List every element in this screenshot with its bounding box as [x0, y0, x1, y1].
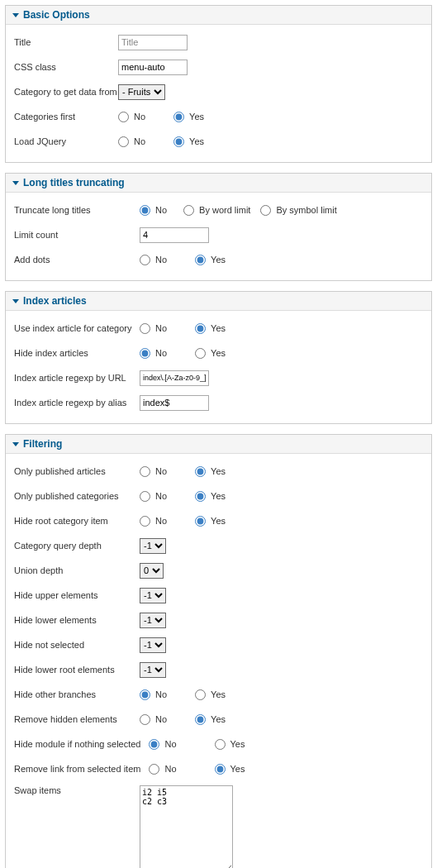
pub-categories-no[interactable]	[140, 491, 150, 502]
panel-header-truncating[interactable]: Long titles truncating	[6, 174, 431, 193]
label-hide-root: Hide root category item	[14, 516, 140, 526]
label-hide-lower-root: Hide lower root elements	[14, 665, 140, 675]
panel-title: Index articles	[23, 295, 87, 307]
css-class-input[interactable]	[118, 60, 188, 75]
label-regexp-url: Index article regexp by URL	[14, 373, 140, 383]
pub-articles-yes[interactable]	[195, 466, 206, 477]
query-depth-select[interactable]: -1	[140, 538, 166, 554]
load-jquery-no[interactable]	[118, 136, 129, 147]
panel-header-filtering[interactable]: Filtering	[6, 435, 431, 454]
label-pub-articles: Only published articles	[14, 466, 140, 476]
categories-first-no[interactable]	[118, 112, 129, 122]
panel-truncating: Long titles truncating Truncate long tit…	[5, 173, 432, 281]
panel-header-index[interactable]: Index articles	[6, 292, 431, 311]
panel-filtering: Filtering Only published articles No Yes…	[5, 434, 432, 868]
chevron-down-icon	[12, 13, 19, 17]
categories-first-yes[interactable]	[173, 112, 184, 122]
remove-link-no[interactable]	[149, 764, 159, 775]
label-hide-not-selected: Hide not selected	[14, 640, 140, 650]
limit-count-input[interactable]	[140, 227, 209, 243]
hide-other-no[interactable]	[140, 689, 150, 700]
truncate-symbol[interactable]	[260, 205, 271, 216]
title-input[interactable]	[118, 35, 188, 50]
remove-hidden-yes[interactable]	[195, 714, 206, 725]
label-remove-link: Remove link from selected item	[14, 764, 145, 774]
regexp-alias-input[interactable]	[140, 395, 209, 411]
label-truncate: Truncate long titles	[14, 205, 140, 215]
label-hide-index: Hide index articles	[14, 348, 140, 358]
swap-items-textarea[interactable]	[140, 785, 233, 868]
chevron-down-icon	[12, 181, 19, 185]
label-swap-items: Swap items	[14, 785, 140, 795]
hide-other-yes[interactable]	[195, 689, 206, 700]
remove-link-yes[interactable]	[215, 764, 226, 775]
label-hide-other: Hide other branches	[14, 689, 140, 699]
panel-basic-options: Basic Options Title CSS class Category t…	[5, 5, 432, 163]
label-use-index: Use index article for category	[14, 323, 140, 333]
label-load-jquery: Load JQuery	[14, 136, 118, 146]
panel-title: Long titles truncating	[23, 177, 125, 188]
hide-module-no[interactable]	[149, 739, 159, 750]
hide-root-no[interactable]	[140, 516, 150, 527]
label-hide-upper: Hide upper elements	[14, 590, 140, 600]
add-dots-no[interactable]	[140, 255, 150, 265]
union-depth-select[interactable]: 0	[140, 563, 164, 579]
chevron-down-icon	[12, 442, 19, 446]
label-limit-count: Limit count	[14, 230, 140, 240]
add-dots-yes[interactable]	[195, 255, 206, 265]
pub-articles-no[interactable]	[140, 466, 150, 477]
label-category: Category to get data from	[14, 87, 118, 97]
category-select[interactable]: - Fruits	[118, 84, 165, 100]
panel-title: Basic Options	[23, 9, 90, 21]
use-index-yes[interactable]	[195, 323, 206, 334]
label-query-depth: Category query depth	[14, 541, 140, 551]
hide-not-selected-select[interactable]: -1	[140, 637, 166, 653]
panel-header-basic[interactable]: Basic Options	[6, 6, 431, 25]
label-union-depth: Union depth	[14, 565, 140, 575]
label-title: Title	[14, 37, 118, 47]
label-categories-first: Categories first	[14, 112, 118, 122]
panel-title: Filtering	[23, 438, 62, 450]
hide-root-yes[interactable]	[195, 516, 206, 527]
hide-lower-root-select[interactable]: -1	[140, 662, 166, 678]
truncate-no[interactable]	[140, 205, 150, 216]
chevron-down-icon	[12, 299, 19, 303]
label-hide-module: Hide module if nothing selected	[14, 739, 145, 749]
remove-hidden-no[interactable]	[140, 714, 150, 725]
hide-index-yes[interactable]	[195, 348, 206, 359]
label-hide-lower: Hide lower elements	[14, 615, 140, 625]
load-jquery-yes[interactable]	[173, 136, 184, 147]
hide-upper-select[interactable]: -1	[140, 588, 166, 603]
hide-module-yes[interactable]	[215, 739, 226, 750]
hide-lower-select[interactable]: -1	[140, 613, 166, 628]
label-remove-hidden: Remove hidden elements	[14, 714, 140, 724]
regexp-url-input[interactable]	[140, 370, 209, 386]
truncate-word[interactable]	[183, 205, 194, 216]
label-add-dots: Add dots	[14, 255, 140, 265]
label-pub-categories: Only published categories	[14, 491, 140, 501]
panel-index-articles: Index articles Use index article for cat…	[5, 291, 432, 424]
use-index-no[interactable]	[140, 323, 150, 334]
pub-categories-yes[interactable]	[195, 491, 206, 502]
hide-index-no[interactable]	[140, 348, 150, 359]
label-regexp-alias: Index article regexp by alias	[14, 398, 140, 408]
label-css-class: CSS class	[14, 62, 118, 72]
